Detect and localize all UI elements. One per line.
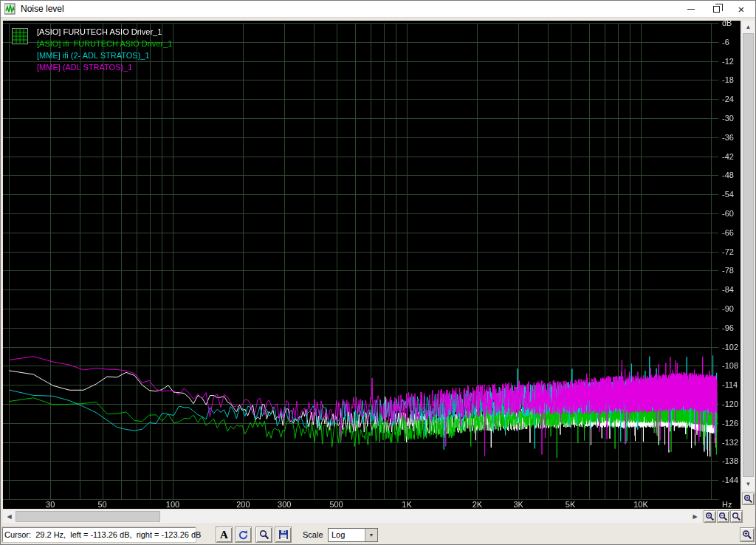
scroll-up-button[interactable]: ▲ — [742, 21, 755, 33]
x-axis-tick: 1K — [392, 500, 422, 509]
grid-icon[interactable] — [12, 28, 28, 44]
scroll-right-button[interactable]: ▶ — [689, 510, 701, 523]
x-axis-tick: 2K — [462, 500, 492, 509]
title-bar: Noise level × — [1, 1, 755, 18]
dropdown-button[interactable]: ▼ — [365, 529, 377, 541]
magnifier-minus-icon — [718, 512, 728, 521]
minimize-icon — [687, 9, 695, 10]
y-axis-tick: -132 — [722, 438, 738, 447]
x-axis-tick: 300 — [269, 500, 299, 509]
scroll-up-icon: ▲ — [746, 24, 752, 30]
minimize-button[interactable] — [678, 1, 704, 17]
legend: [ASIO] FURUTECH ASIO Driver_1[ASIO] ifi … — [37, 26, 172, 73]
y-axis-tick: -144 — [722, 476, 738, 484]
y-axis-tick: -126 — [722, 419, 738, 428]
legend-item: [MME] ifi (2- ADL STRATOS)_1 — [37, 49, 172, 61]
x-axis-tick: 200 — [228, 500, 258, 509]
y-axis-tick: -84 — [722, 285, 734, 294]
magnifier-plus-icon — [705, 512, 715, 521]
y-axis-tick: -18 — [722, 75, 734, 84]
zoom-tool-button[interactable] — [255, 527, 272, 543]
scale-dropdown-value: Log — [329, 529, 365, 541]
y-axis-tick: -66 — [722, 228, 734, 237]
zoom-y-button[interactable] — [742, 493, 755, 505]
scale-dropdown[interactable]: Log ▼ — [328, 528, 378, 542]
y-axis-tick: -114 — [722, 380, 738, 389]
legend-item: [ASIO] ifi FURUTECH ASIO Driver_1 — [37, 38, 172, 49]
y-axis-tick: -96 — [722, 323, 734, 332]
y-axis-tick: -90 — [722, 304, 734, 313]
y-axis-tick: -102 — [722, 343, 738, 352]
vertical-scrollbar[interactable]: ▲ ▼ — [742, 21, 755, 490]
close-button[interactable]: × — [729, 1, 754, 17]
cursor-readout: Cursor: 29.2 Hz, left = -113.26 dB, righ… — [3, 530, 201, 539]
y-axis-tick: -6 — [722, 38, 729, 47]
scale-label: Scale — [303, 527, 323, 543]
zoom-x-out-button[interactable] — [717, 510, 729, 523]
font-button-label: A — [220, 529, 228, 541]
restore-icon — [713, 6, 720, 13]
y-axis-tick: -36 — [722, 133, 734, 142]
scroll-down-icon: ▼ — [746, 481, 752, 487]
zoom-fit-button[interactable] — [740, 527, 755, 542]
x-axis-tick: 5K — [556, 500, 585, 509]
magnifier-plus-icon — [742, 529, 752, 540]
x-axis-tick: 10K — [626, 500, 656, 509]
save-button[interactable] — [275, 527, 292, 543]
x-axis-unit-label: Hz — [722, 500, 732, 509]
status-bar: Cursor: 29.2 Hz, left = -113.26 dB, righ… — [2, 527, 196, 542]
y-axis-tick: -12 — [722, 57, 734, 66]
legend-item: [MME] (ADL STRATOS)_1 — [37, 61, 172, 73]
refresh-icon — [238, 529, 249, 541]
scroll-down-button[interactable]: ▼ — [742, 478, 755, 490]
vertical-scrollbar-thumb[interactable] — [743, 33, 754, 477]
app-icon — [4, 3, 16, 15]
close-icon: × — [738, 3, 745, 16]
y-axis-tick: -138 — [722, 456, 738, 465]
y-axis-tick: -60 — [722, 209, 734, 218]
restore-button[interactable] — [704, 1, 729, 17]
scroll-left-icon: ◀ — [7, 513, 11, 520]
y-axis-tick: -120 — [722, 400, 738, 408]
scroll-right-icon: ▶ — [693, 513, 697, 520]
font-button[interactable]: A — [216, 527, 233, 543]
x-axis-tick: 30 — [35, 500, 65, 509]
y-axis-tick: -30 — [722, 114, 734, 123]
zoom-x-in-button[interactable] — [704, 510, 716, 523]
magnifier-plus-icon — [743, 494, 753, 504]
y-axis-tick: -24 — [722, 95, 734, 103]
magnifier-icon — [259, 529, 269, 540]
noise-plot-canvas[interactable] — [3, 21, 740, 509]
app-window: Noise level × [ASIO] FURUTECH ASIO Drive… — [0, 0, 756, 545]
refresh-button[interactable] — [235, 527, 252, 543]
legend-item: [ASIO] FURUTECH ASIO Driver_1 — [37, 26, 172, 38]
magnifier-icon — [732, 512, 741, 521]
x-axis-tick: 3K — [504, 500, 533, 509]
y-axis-tick: -48 — [722, 171, 734, 179]
horizontal-scrollbar[interactable]: ◀ ▶ — [3, 510, 701, 523]
scroll-left-button[interactable]: ◀ — [3, 510, 16, 523]
y-axis-tick: -108 — [722, 361, 738, 370]
y-axis-tick: -72 — [722, 247, 734, 256]
window-title: Noise level — [21, 4, 64, 14]
horizontal-scrollbar-thumb[interactable] — [16, 511, 160, 522]
x-axis-tick: 100 — [158, 500, 188, 509]
y-axis-tick: -78 — [722, 266, 734, 275]
plot-area: [ASIO] FURUTECH ASIO Driver_1[ASIO] ifi … — [3, 21, 740, 509]
save-icon — [278, 529, 289, 540]
zoom-x-reset-button[interactable] — [730, 510, 743, 523]
x-axis-tick: 500 — [322, 500, 351, 509]
x-axis-tick: 50 — [88, 500, 117, 509]
y-axis-tick: -54 — [722, 190, 734, 199]
chevron-down-icon: ▼ — [369, 532, 374, 538]
y-axis-tick: -42 — [722, 152, 734, 161]
y-axis-tick: dB — [722, 21, 732, 27]
